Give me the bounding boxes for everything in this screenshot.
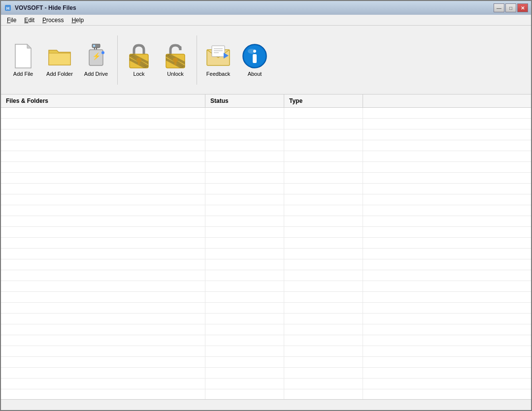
table-cell (1, 324, 205, 335)
maximize-button[interactable]: □ (505, 3, 516, 12)
about-label: About (248, 71, 262, 77)
table-cell (284, 205, 363, 216)
table-cell (284, 368, 363, 378)
table-row[interactable] (1, 292, 531, 303)
table-cell (284, 238, 363, 248)
table-cell (284, 184, 363, 194)
table-cell (363, 140, 531, 151)
add-folder-label: Add Folder (46, 71, 73, 77)
table-row[interactable] (1, 151, 531, 162)
table-row[interactable] (1, 281, 531, 292)
svg-rect-24 (174, 61, 176, 65)
add-file-button[interactable]: Add File (6, 29, 40, 92)
table-cell (363, 357, 531, 367)
menu-process[interactable]: Process (38, 15, 67, 25)
table-cell (205, 108, 284, 118)
table-cell (284, 216, 363, 226)
table-cell (205, 357, 284, 367)
table-header: Files & Folders Status Type (1, 95, 531, 108)
table-body: // Generate empty rows to fill the space… (1, 108, 531, 399)
table-cell (205, 368, 284, 378)
table-cell (284, 162, 363, 172)
menu-file[interactable]: File (3, 15, 20, 25)
table-cell (363, 162, 531, 172)
table-cell (284, 249, 363, 259)
table-cell (284, 194, 363, 205)
table-row[interactable] (1, 368, 531, 379)
table-cell (363, 119, 531, 129)
svg-rect-35 (253, 54, 257, 63)
unlock-label: Unlock (167, 71, 184, 77)
minimize-button[interactable]: — (494, 3, 504, 12)
table-cell (284, 259, 363, 270)
table-cell (1, 281, 205, 291)
table-row[interactable] (1, 119, 531, 129)
table-cell (205, 303, 284, 313)
table-cell (363, 303, 531, 313)
table-row[interactable] (1, 129, 531, 140)
table-row[interactable] (1, 389, 531, 399)
table-cell (284, 324, 363, 335)
table-cell (363, 173, 531, 183)
table-row[interactable] (1, 335, 531, 346)
table-row[interactable] (1, 194, 531, 205)
table-cell (363, 238, 531, 248)
table-cell (284, 379, 363, 389)
table-cell (363, 216, 531, 226)
table-row[interactable] (1, 238, 531, 249)
table-cell (363, 129, 531, 140)
menu-help[interactable]: Help (67, 15, 88, 25)
table-cell (284, 108, 363, 118)
table-row[interactable] (1, 205, 531, 216)
about-button[interactable]: About (237, 29, 272, 92)
table-cell (1, 129, 205, 140)
table-cell (205, 173, 284, 183)
table-row[interactable] (1, 227, 531, 238)
table-row[interactable] (1, 379, 531, 389)
table-cell (284, 335, 363, 346)
about-icon (242, 43, 267, 69)
feedback-button[interactable]: Feedback (201, 29, 235, 92)
table-row[interactable] (1, 346, 531, 357)
lock-button[interactable]: Lock (122, 29, 156, 92)
table-cell (1, 238, 205, 248)
table-row[interactable] (1, 303, 531, 314)
table-cell (1, 379, 205, 389)
table-cell (363, 184, 531, 194)
add-folder-button[interactable]: Add Folder (42, 29, 77, 92)
table-cell (363, 227, 531, 237)
table-row[interactable] (1, 184, 531, 194)
add-file-icon (10, 43, 36, 69)
close-button[interactable]: ✕ (517, 3, 528, 12)
svg-point-34 (253, 50, 256, 53)
table-cell (1, 368, 205, 378)
table-cell (284, 270, 363, 281)
table-row[interactable] (1, 140, 531, 151)
table-row[interactable] (1, 314, 531, 324)
toolbar-separator-2 (197, 35, 197, 85)
table-cell (1, 151, 205, 161)
table-row[interactable] (1, 259, 531, 270)
table-row[interactable] (1, 249, 531, 259)
table-cell (205, 184, 284, 194)
menu-edit[interactable]: Edit (20, 15, 38, 25)
col-header-type: Type (284, 95, 363, 107)
table-row[interactable] (1, 108, 531, 119)
table-cell (205, 270, 284, 281)
table-row[interactable] (1, 216, 531, 227)
table-cell (363, 335, 531, 346)
table-row[interactable] (1, 173, 531, 184)
table-cell (1, 346, 205, 356)
table-cell (205, 129, 284, 140)
table-cell (1, 259, 205, 270)
menu-bar: File Edit Process Help (1, 15, 531, 26)
unlock-button[interactable]: Unlock (158, 29, 193, 92)
table-row[interactable] (1, 357, 531, 368)
table-cell (284, 227, 363, 237)
table-row[interactable] (1, 270, 531, 281)
table-cell (1, 292, 205, 302)
add-drive-button[interactable]: ⚡ Add Drive (79, 29, 113, 92)
lock-label: Lock (133, 71, 144, 77)
table-row[interactable] (1, 162, 531, 173)
table-row[interactable] (1, 324, 531, 335)
